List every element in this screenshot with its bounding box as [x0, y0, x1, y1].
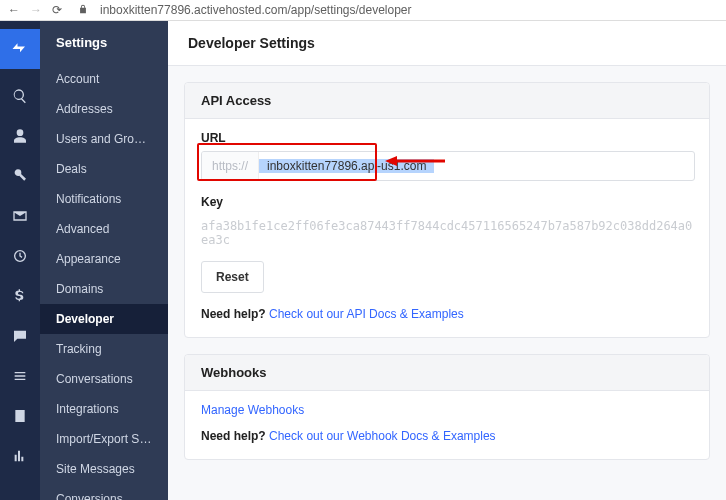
sidebar-item-tracking[interactable]: Tracking [40, 334, 168, 364]
sidebar-item-conversions[interactable]: Conversions [40, 484, 168, 500]
webhook-docs-link[interactable]: Check out our Webhook Docs & Examples [269, 429, 496, 443]
api-help: Need help? Check out our API Docs & Exam… [201, 307, 693, 321]
mail-icon[interactable] [0, 203, 40, 229]
reports-icon[interactable] [0, 443, 40, 469]
sidebar-item-advanced[interactable]: Advanced [40, 214, 168, 244]
url-value: inboxkitten77896.api-us1.com [259, 159, 434, 173]
api-key-value[interactable]: afa38b1fe1ce2ff06fe3ca87443ff7844cdc4571… [201, 215, 693, 247]
address-bar[interactable]: inboxkitten77896.activehosted.com/app/se… [100, 3, 412, 17]
key-label: Key [201, 195, 693, 209]
form-icon[interactable] [0, 403, 40, 429]
sidebar-item-account[interactable]: Account [40, 64, 168, 94]
sidebar-item-notifications[interactable]: Notifications [40, 184, 168, 214]
sidebar-item-import-export-status[interactable]: Import/Export Status [40, 424, 168, 454]
lock-icon [78, 3, 88, 17]
sidebar-item-appearance[interactable]: Appearance [40, 244, 168, 274]
sidebar-item-addresses[interactable]: Addresses [40, 94, 168, 124]
sidebar-item-deals[interactable]: Deals [40, 154, 168, 184]
nav-rail [0, 21, 40, 500]
sidebar-item-integrations[interactable]: Integrations [40, 394, 168, 424]
settings-sidebar: Settings AccountAddressesUsers and Group… [40, 21, 168, 500]
forward-icon[interactable]: → [30, 3, 42, 17]
api-docs-link[interactable]: Check out our API Docs & Examples [269, 307, 464, 321]
main-content: Developer Settings API Access URL https:… [168, 21, 726, 500]
sidebar-item-conversations[interactable]: Conversations [40, 364, 168, 394]
browser-bar: ← → ⟳ inboxkitten77896.activehosted.com/… [0, 0, 726, 21]
webhooks-title: Webhooks [185, 355, 709, 391]
url-prefix: https:// [202, 152, 259, 180]
api-url-input[interactable]: https:// inboxkitten77896.api-us1.com [201, 151, 695, 181]
webhooks-panel: Webhooks Manage Webhooks Need help? Chec… [184, 354, 710, 460]
automation-icon[interactable] [0, 243, 40, 269]
sidebar-item-users-and-groups[interactable]: Users and Groups [40, 124, 168, 154]
manage-webhooks-link[interactable]: Manage Webhooks [201, 403, 693, 417]
reload-icon[interactable]: ⟳ [52, 3, 62, 17]
page-title: Developer Settings [168, 21, 726, 66]
reset-button[interactable]: Reset [201, 261, 264, 293]
contacts-icon[interactable] [0, 123, 40, 149]
chat-icon[interactable] [0, 323, 40, 349]
back-icon[interactable]: ← [8, 3, 20, 17]
sidebar-item-domains[interactable]: Domains [40, 274, 168, 304]
sidebar-item-developer[interactable]: Developer [40, 304, 168, 334]
list-icon[interactable] [0, 363, 40, 389]
deals-icon[interactable] [0, 163, 40, 189]
sidebar-title: Settings [40, 21, 168, 64]
app-logo[interactable] [0, 29, 40, 69]
api-access-title: API Access [185, 83, 709, 119]
sidebar-item-site-messages[interactable]: Site Messages [40, 454, 168, 484]
search-icon[interactable] [0, 83, 40, 109]
money-icon[interactable] [0, 283, 40, 309]
api-access-panel: API Access URL https:// inboxkitten77896… [184, 82, 710, 338]
webhook-help: Need help? Check out our Webhook Docs & … [201, 429, 693, 443]
url-label: URL [201, 131, 693, 145]
